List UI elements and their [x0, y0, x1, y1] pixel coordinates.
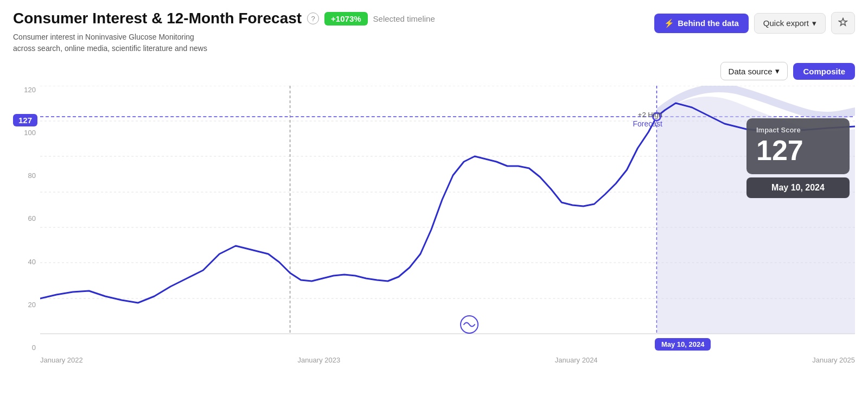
hi-low-label: +2 High	[638, 111, 662, 119]
y-label-40: 40	[28, 258, 36, 266]
behind-data-button[interactable]: ⚡ Behind the data	[654, 14, 749, 33]
date-marker-badge: May 10, 2024	[655, 338, 711, 351]
y-label-80: 80	[28, 171, 36, 180]
x-axis: January 2022 January 2023 January 2024 J…	[40, 352, 855, 373]
impact-score-value: 127	[756, 136, 840, 164]
datasource-chevron-icon: ▾	[775, 66, 780, 76]
x-label-jan2022: January 2022	[40, 356, 83, 364]
subtitle: Consumer interest in Noninvasive Glucose…	[13, 31, 295, 54]
y-axis: 120 100 80 60 40 20 0	[13, 86, 40, 352]
datasource-button[interactable]: Data source ▾	[720, 62, 788, 80]
lightning-icon: ⚡	[664, 18, 674, 28]
tooltip-group: Impact Score 127 May 10, 2024	[746, 118, 850, 198]
pin-button[interactable]	[831, 12, 855, 34]
header-right: ⚡ Behind the data Quick export ▾	[654, 12, 855, 34]
chart-area: 127 120 100 80 60 40 20 0	[13, 86, 855, 373]
pin-icon	[838, 17, 848, 29]
composite-button[interactable]: Composite	[793, 63, 855, 80]
y-label-100: 100	[24, 129, 36, 137]
y-label-120: 120	[24, 86, 36, 94]
x-label-jan2025: January 2025	[812, 356, 855, 364]
forecast-label: Forecast	[633, 119, 662, 128]
impact-score-label: Impact Score	[756, 126, 840, 134]
page-header: Consumer Interest & 12-Month Forecast ? …	[0, 0, 868, 59]
growth-badge: +1073%	[324, 12, 367, 26]
help-icon[interactable]: ?	[307, 12, 319, 24]
title-row: Consumer Interest & 12-Month Forecast ? …	[13, 10, 435, 27]
chart-plot	[40, 86, 855, 352]
tooltip-card: Impact Score 127	[746, 118, 850, 174]
tooltip-date: May 10, 2024	[756, 183, 840, 193]
y-label-0: 0	[32, 344, 36, 352]
chevron-icon: ▾	[812, 18, 816, 28]
selected-timeline-label: Selected timeline	[373, 14, 435, 23]
quick-export-button[interactable]: Quick export ▾	[754, 13, 826, 34]
x-label-jan2024: January 2024	[555, 356, 598, 364]
header-left: Consumer Interest & 12-Month Forecast ? …	[13, 10, 435, 54]
y-label-60: 60	[28, 214, 36, 222]
tooltip-date-box: May 10, 2024	[746, 177, 850, 198]
y-label-20: 20	[28, 301, 36, 309]
x-label-jan2023: January 2023	[297, 356, 340, 364]
page-title: Consumer Interest & 12-Month Forecast	[13, 10, 302, 27]
toolbar-row: Data source ▾ Composite	[0, 59, 868, 80]
